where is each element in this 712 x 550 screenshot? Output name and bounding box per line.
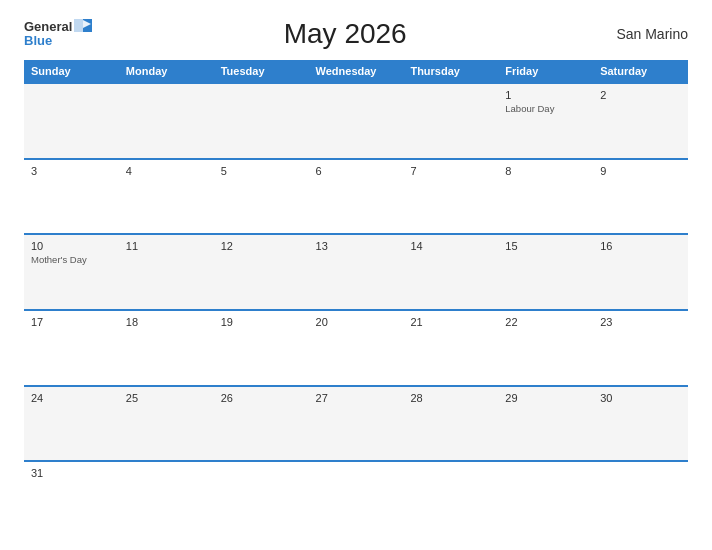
day-number: 26	[221, 392, 302, 404]
logo-general-text: General	[24, 20, 72, 34]
day-number: 15	[505, 240, 586, 252]
day-number: 7	[410, 165, 491, 177]
day-number: 8	[505, 165, 586, 177]
day-number: 3	[31, 165, 112, 177]
calendar-week-3: 17181920212223	[24, 309, 688, 385]
cal-cell-w4-d4: 28	[403, 387, 498, 461]
cal-cell-w2-d4: 14	[403, 235, 498, 309]
header-tuesday: Tuesday	[214, 60, 309, 82]
header-thursday: Thursday	[403, 60, 498, 82]
day-number: 17	[31, 316, 112, 328]
svg-marker-1	[74, 19, 83, 32]
day-number: 18	[126, 316, 207, 328]
day-number: 30	[600, 392, 681, 404]
cal-cell-w0-d2	[214, 84, 309, 158]
cal-cell-w5-d4	[403, 462, 498, 536]
cal-cell-w0-d0	[24, 84, 119, 158]
logo-flag-icon	[74, 19, 92, 32]
day-number: 9	[600, 165, 681, 177]
day-number: 2	[600, 89, 681, 101]
cal-cell-w1-d5: 8	[498, 160, 593, 234]
cal-cell-w2-d0: 10Mother's Day	[24, 235, 119, 309]
cal-cell-w1-d0: 3	[24, 160, 119, 234]
cal-cell-w0-d1	[119, 84, 214, 158]
cal-cell-w4-d3: 27	[309, 387, 404, 461]
cal-cell-w0-d4	[403, 84, 498, 158]
cal-cell-w3-d0: 17	[24, 311, 119, 385]
country-label: San Marino	[598, 26, 688, 42]
day-number: 5	[221, 165, 302, 177]
cal-cell-w1-d6: 9	[593, 160, 688, 234]
day-number: 22	[505, 316, 586, 328]
cal-cell-w5-d1	[119, 462, 214, 536]
cal-cell-w5-d5	[498, 462, 593, 536]
cal-cell-w2-d5: 15	[498, 235, 593, 309]
cal-cell-w2-d6: 16	[593, 235, 688, 309]
day-number: 20	[316, 316, 397, 328]
cal-cell-w4-d5: 29	[498, 387, 593, 461]
day-number: 23	[600, 316, 681, 328]
header-saturday: Saturday	[593, 60, 688, 82]
cal-cell-w3-d6: 23	[593, 311, 688, 385]
header-friday: Friday	[498, 60, 593, 82]
day-number: 11	[126, 240, 207, 252]
day-number: 31	[31, 467, 112, 479]
holiday-label: Mother's Day	[31, 254, 112, 266]
cal-cell-w2-d1: 11	[119, 235, 214, 309]
cal-cell-w5-d0: 31	[24, 462, 119, 536]
calendar-page: General Blue May 2026 San Marino Sunday …	[0, 0, 712, 550]
cal-cell-w1-d3: 6	[309, 160, 404, 234]
day-number: 14	[410, 240, 491, 252]
cal-cell-w3-d1: 18	[119, 311, 214, 385]
cal-cell-w5-d6	[593, 462, 688, 536]
cal-cell-w3-d3: 20	[309, 311, 404, 385]
day-number: 12	[221, 240, 302, 252]
cal-cell-w3-d2: 19	[214, 311, 309, 385]
cal-cell-w1-d2: 5	[214, 160, 309, 234]
day-number: 27	[316, 392, 397, 404]
day-number: 6	[316, 165, 397, 177]
cal-cell-w2-d2: 12	[214, 235, 309, 309]
calendar-week-2: 10Mother's Day111213141516	[24, 233, 688, 309]
calendar-header: Sunday Monday Tuesday Wednesday Thursday…	[24, 60, 688, 82]
cal-cell-w5-d2	[214, 462, 309, 536]
page-header: General Blue May 2026 San Marino	[24, 18, 688, 50]
day-number: 21	[410, 316, 491, 328]
header-monday: Monday	[119, 60, 214, 82]
day-number: 24	[31, 392, 112, 404]
calendar-week-1: 3456789	[24, 158, 688, 234]
day-number: 28	[410, 392, 491, 404]
day-number: 19	[221, 316, 302, 328]
cal-cell-w1-d1: 4	[119, 160, 214, 234]
calendar-week-0: 1Labour Day2	[24, 82, 688, 158]
cal-cell-w1-d4: 7	[403, 160, 498, 234]
header-sunday: Sunday	[24, 60, 119, 82]
cal-cell-w4-d2: 26	[214, 387, 309, 461]
day-number: 16	[600, 240, 681, 252]
calendar-week-4: 24252627282930	[24, 385, 688, 461]
page-title: May 2026	[92, 18, 598, 50]
cal-cell-w4-d0: 24	[24, 387, 119, 461]
day-number: 4	[126, 165, 207, 177]
cal-cell-w0-d5: 1Labour Day	[498, 84, 593, 158]
holiday-label: Labour Day	[505, 103, 586, 115]
cal-cell-w5-d3	[309, 462, 404, 536]
day-number: 10	[31, 240, 112, 252]
cal-cell-w3-d5: 22	[498, 311, 593, 385]
calendar-body: 1Labour Day2345678910Mother's Day1112131…	[24, 82, 688, 536]
day-number: 29	[505, 392, 586, 404]
cal-cell-w4-d6: 30	[593, 387, 688, 461]
cal-cell-w3-d4: 21	[403, 311, 498, 385]
day-number: 25	[126, 392, 207, 404]
cal-cell-w2-d3: 13	[309, 235, 404, 309]
calendar-week-5: 31	[24, 460, 688, 536]
header-wednesday: Wednesday	[309, 60, 404, 82]
cal-cell-w4-d1: 25	[119, 387, 214, 461]
cal-cell-w0-d6: 2	[593, 84, 688, 158]
logo: General Blue	[24, 20, 92, 49]
logo-blue-text: Blue	[24, 34, 52, 48]
day-number: 1	[505, 89, 586, 101]
cal-cell-w0-d3	[309, 84, 404, 158]
calendar: Sunday Monday Tuesday Wednesday Thursday…	[24, 60, 688, 536]
day-number: 13	[316, 240, 397, 252]
